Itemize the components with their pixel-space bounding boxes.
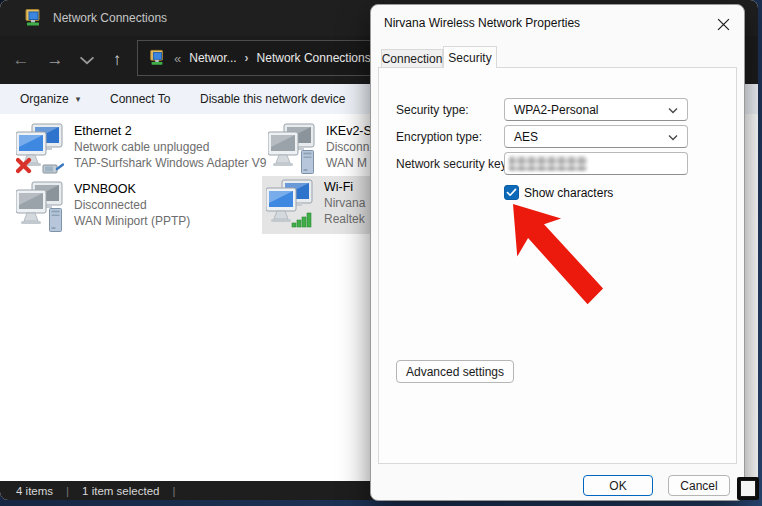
- background-window-icon-inner: [740, 480, 756, 497]
- connection-name: Wi-Fi: [324, 179, 365, 195]
- network-security-key-input[interactable]: [504, 152, 688, 175]
- show-characters-checkbox[interactable]: [504, 185, 519, 200]
- items-count: 4 items: [16, 485, 53, 497]
- connection-item-vpnbook[interactable]: VPNBOOK Disconnected WAN Miniport (PPTP): [12, 178, 272, 236]
- network-security-key-label: Network security key: [396, 157, 507, 171]
- chevron-down-icon: [668, 134, 678, 141]
- organize-caret-icon: ▾: [76, 94, 81, 104]
- checkmark-icon: [506, 188, 517, 197]
- desktop: Network Connections ← → ↑ « Networ... › …: [0, 0, 762, 506]
- connection-item-ethernet2[interactable]: Ethernet 2 Network cable unplugged TAP-S…: [12, 120, 272, 178]
- breadcrumb-current[interactable]: Network Connections: [257, 51, 371, 65]
- back-icon[interactable]: ←: [8, 47, 34, 73]
- breadcrumb-parent[interactable]: Networ...: [189, 51, 236, 65]
- chevron-down-icon: [668, 107, 678, 114]
- wifi-connected-icon: [266, 179, 314, 231]
- disable-network-device-button[interactable]: Disable this network device: [200, 84, 345, 114]
- network-connections-app-icon: [23, 8, 43, 28]
- organize-menu-button[interactable]: Organize▾: [20, 84, 80, 114]
- connection-device: Realtek: [324, 211, 365, 227]
- dialog-title: Nirvana Wireless Network Properties: [384, 16, 580, 30]
- security-type-value: WPA2-Personal: [514, 103, 598, 117]
- window-title: Network Connections: [53, 11, 167, 25]
- encryption-type-dropdown[interactable]: AES: [504, 125, 688, 148]
- close-icon[interactable]: [711, 12, 735, 36]
- tab-connection[interactable]: Connection: [381, 49, 443, 68]
- ok-button[interactable]: OK: [583, 475, 653, 496]
- connection-device: TAP-Surfshark Windows Adapter V9: [74, 155, 267, 171]
- background-window-icon: [737, 477, 759, 500]
- connection-status: Disconnected: [74, 197, 190, 213]
- vpn-adapter-icon: [16, 181, 64, 233]
- connection-device: WAN Miniport (PPTP): [74, 213, 190, 229]
- connection-name: VPNBOOK: [74, 181, 190, 197]
- forward-icon[interactable]: →: [42, 47, 68, 73]
- breadcrumb-separator-icon: ›: [245, 51, 249, 65]
- connection-status: Nirvana: [324, 195, 365, 211]
- vpn-adapter-icon: [268, 123, 316, 175]
- up-icon[interactable]: ↑: [104, 47, 130, 73]
- breadcrumb-overflow-chevron[interactable]: «: [174, 51, 181, 66]
- cancel-button[interactable]: Cancel: [668, 475, 730, 496]
- advanced-settings-button[interactable]: Advanced settings: [396, 360, 514, 383]
- security-type-dropdown[interactable]: WPA2-Personal: [504, 98, 688, 121]
- redacted-password-value: [509, 156, 587, 171]
- signal-bars-icon: [292, 213, 311, 227]
- ethernet-unplugged-icon: [16, 123, 64, 175]
- selection-count: 1 item selected: [82, 485, 159, 497]
- security-type-label: Security type:: [396, 103, 469, 117]
- show-characters-label: Show characters: [524, 186, 613, 200]
- encryption-type-label: Encryption type:: [396, 130, 482, 144]
- tab-security[interactable]: Security: [443, 46, 497, 68]
- wireless-network-properties-dialog: Nirvana Wireless Network Properties Conn…: [370, 4, 745, 501]
- connection-status: Network cable unplugged: [74, 139, 267, 155]
- status-divider: |: [172, 485, 175, 497]
- encryption-type-value: AES: [514, 130, 538, 144]
- connection-name: Ethernet 2: [74, 123, 267, 139]
- recent-locations-chevron-icon[interactable]: [78, 54, 96, 66]
- status-divider: |: [66, 485, 69, 497]
- connect-to-button[interactable]: Connect To: [110, 84, 171, 114]
- address-bar-location-icon: [148, 49, 166, 67]
